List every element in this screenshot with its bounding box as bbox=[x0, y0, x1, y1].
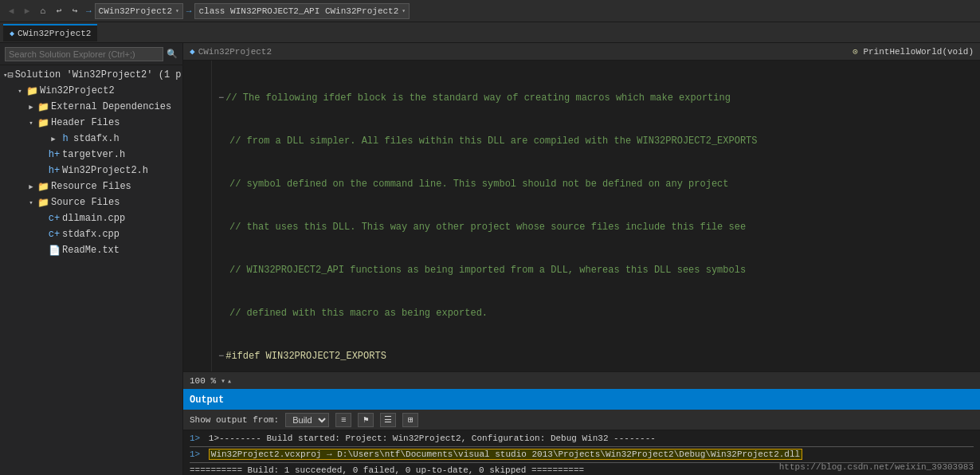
search-input[interactable] bbox=[5, 47, 163, 61]
code-line-5: // WIN32PROJECT2_API functions as being … bbox=[218, 263, 980, 277]
output-line-1: 1> 1>-------- Build started: Project: Wi… bbox=[190, 432, 974, 446]
header-files-label: Header Files bbox=[51, 117, 120, 128]
caret-icon1: ▾ bbox=[175, 7, 179, 14]
project-icon: 📁 bbox=[25, 85, 38, 97]
undo-icon[interactable]: ↩ bbox=[53, 5, 65, 18]
readme-label: ReadMe.txt bbox=[62, 245, 120, 256]
output-btn-3[interactable]: ☰ bbox=[380, 413, 396, 427]
header-files-arrow: ▾ bbox=[25, 119, 37, 128]
sidebar-item-ext-dep[interactable]: ▶ 📁 External Dependencies bbox=[0, 99, 182, 115]
redo-icon[interactable]: ↪ bbox=[69, 5, 81, 18]
output-btn-2[interactable]: ⚑ bbox=[358, 413, 374, 427]
targetver-h-icon: h+ bbox=[48, 149, 61, 160]
code-line-3: // symbol defined on the command line. T… bbox=[218, 177, 980, 191]
output-btn-1[interactable]: ≡ bbox=[335, 413, 351, 427]
stdafx-cpp-label: stdafx.cpp bbox=[62, 229, 120, 240]
sidebar-item-source-files[interactable]: ▾ 📁 Source Files bbox=[0, 194, 182, 210]
sidebar-item-dllmain-cpp[interactable]: c+ dllmain.cpp bbox=[0, 210, 182, 226]
output-btn-4[interactable]: ⊞ bbox=[402, 413, 418, 427]
sidebar-item-readme[interactable]: 📄 ReadMe.txt bbox=[0, 242, 182, 258]
source-files-label: Source Files bbox=[51, 197, 120, 208]
tab-file-icon: ◆ bbox=[10, 29, 14, 38]
resource-files-label: Resource Files bbox=[51, 181, 131, 192]
breadcrumb-class-label: class WIN32PROJECT2_API CWin32Project2 bbox=[198, 6, 398, 16]
show-output-label: Show output from: bbox=[190, 415, 279, 425]
main-layout: 🔍 ▾ ⊟ Solution 'Win32Project2' (1 projec… bbox=[0, 43, 980, 475]
tab-bar: ◆ CWin32Project2 bbox=[0, 22, 980, 43]
sidebar: 🔍 ▾ ⊟ Solution 'Win32Project2' (1 projec… bbox=[0, 43, 183, 475]
output-text-1: 1>-------- Build started: Project: Win32… bbox=[209, 434, 656, 443]
code-editor[interactable]: −// The following ifdef block is the sta… bbox=[183, 61, 980, 371]
back-icon[interactable]: ◀ bbox=[5, 5, 18, 18]
editor-area: ◆ CWin32Project2 ⊙ PrintHelloWorld(void) bbox=[183, 43, 980, 475]
source-files-arrow: ▾ bbox=[25, 198, 37, 207]
code-breadcrumb: ◆ CWin32Project2 ⊙ PrintHelloWorld(void) bbox=[183, 43, 980, 61]
resource-files-icon: 📁 bbox=[37, 181, 49, 193]
code-breadcrumb-project: CWin32Project2 bbox=[198, 47, 272, 57]
sidebar-item-header-files[interactable]: ▾ 📁 Header Files bbox=[0, 115, 182, 131]
top-toolbar: ◀ ▶ ⌂ ↩ ↪ → CWin32Project2 ▾ → class WIN… bbox=[0, 0, 980, 22]
sidebar-item-stdafx-cpp[interactable]: c+ stdafx.cpp bbox=[0, 226, 182, 242]
fold-1[interactable]: − bbox=[218, 91, 224, 105]
output-divider-1 bbox=[190, 446, 974, 447]
ext-dep-icon: 📁 bbox=[37, 101, 49, 113]
readme-icon: 📄 bbox=[48, 245, 61, 257]
sidebar-item-solution[interactable]: ▾ ⊟ Solution 'Win32Project2' (1 projec bbox=[0, 67, 182, 83]
breadcrumb-nav: → CWin32Project2 ▾ → class WIN32PROJECT2… bbox=[86, 3, 975, 19]
breadcrumb-class-dropdown[interactable]: class WIN32PROJECT2_API CWin32Project2 ▾ bbox=[194, 3, 410, 19]
header-files-icon: 📁 bbox=[37, 117, 49, 129]
stdafx-cpp-icon: c+ bbox=[48, 229, 61, 240]
sidebar-item-win32project2-h[interactable]: h+ Win32Project2.h bbox=[0, 163, 182, 179]
code-text: −// The following ifdef block is the sta… bbox=[212, 61, 980, 371]
search-icon: 🔍 bbox=[167, 49, 178, 59]
toolbar-nav-icons: ◀ ▶ ⌂ ↩ ↪ bbox=[5, 5, 81, 18]
ext-dep-label: External Dependencies bbox=[51, 101, 171, 112]
stdafx-h-label: stdafx.h bbox=[73, 133, 120, 144]
home-icon[interactable]: ⌂ bbox=[37, 5, 49, 18]
sidebar-search-bar: 🔍 bbox=[0, 43, 182, 65]
stdafx-h-arrow: ▶ bbox=[48, 135, 59, 143]
targetver-h-label: targetver.h bbox=[62, 149, 125, 160]
output-text-3: ========== Build: 1 succeeded, 0 failed,… bbox=[190, 465, 584, 475]
code-line-7: −#ifdef WIN32PROJECT2_EXPORTS bbox=[218, 349, 980, 363]
code-line-1: −// The following ifdef block is the sta… bbox=[218, 91, 980, 105]
output-line-num-1: 1> bbox=[190, 434, 200, 443]
breadcrumb-project-dropdown[interactable]: CWin32Project2 ▾ bbox=[95, 3, 183, 19]
fold-7[interactable]: − bbox=[218, 349, 224, 363]
sidebar-item-resource-files[interactable]: ▶ 📁 Resource Files bbox=[0, 179, 182, 194]
output-toolbar: Show output from: Build ≡ ⚑ ☰ ⊞ bbox=[183, 410, 980, 430]
project-label: Win32Project2 bbox=[40, 85, 115, 96]
zoom-bar: 100 % ▾ ▴ bbox=[183, 371, 980, 389]
caret-icon2: ▾ bbox=[402, 7, 406, 14]
ext-dep-arrow: ▶ bbox=[25, 103, 37, 112]
win32project2-h-icon: h+ bbox=[48, 165, 61, 176]
sidebar-item-stdafx-h[interactable]: ▶ h stdafx.h bbox=[0, 131, 182, 147]
source-files-icon: 📁 bbox=[37, 197, 49, 209]
sidebar-item-project[interactable]: ▾ 📁 Win32Project2 bbox=[0, 83, 182, 99]
tab-cwin32project2[interactable]: ◆ CWin32Project2 bbox=[3, 24, 97, 41]
code-file-icon: ◆ bbox=[190, 46, 195, 57]
tab-label: CWin32Project2 bbox=[18, 29, 91, 38]
output-title: Output bbox=[190, 395, 224, 406]
output-header: Output bbox=[183, 391, 980, 410]
code-breadcrumb-function: ⊙ PrintHelloWorld(void) bbox=[853, 46, 974, 57]
output-path-highlight: Win32Project2.vcxproj → D:\Users\ntf\Doc… bbox=[209, 449, 802, 460]
code-line-4: // that uses this DLL. This way any othe… bbox=[218, 220, 980, 234]
dllmain-cpp-icon: c+ bbox=[48, 213, 61, 224]
zoom-down-btn[interactable]: ▾ bbox=[221, 376, 225, 386]
stdafx-h-icon: h bbox=[59, 133, 72, 144]
forward-icon[interactable]: ▶ bbox=[21, 5, 33, 18]
sidebar-item-targetver-h[interactable]: h+ targetver.h bbox=[0, 147, 182, 163]
solution-label: Solution 'Win32Project2' (1 projec bbox=[15, 69, 182, 80]
output-source-select[interactable]: Build bbox=[285, 413, 329, 427]
code-breadcrumb-left: ◆ CWin32Project2 bbox=[190, 46, 272, 57]
output-line-num-2: 1> bbox=[190, 449, 200, 459]
function-icon: ⊙ bbox=[853, 47, 858, 57]
resource-files-arrow: ▶ bbox=[25, 183, 37, 191]
zoom-level: 100 % bbox=[190, 376, 216, 386]
nav-arrow1: → bbox=[86, 6, 92, 16]
code-line-6: // defined with this macro as being expo… bbox=[218, 306, 980, 320]
line-numbers bbox=[183, 61, 212, 371]
zoom-up-btn[interactable]: ▴ bbox=[227, 376, 232, 386]
function-name: PrintHelloWorld(void) bbox=[863, 47, 974, 57]
